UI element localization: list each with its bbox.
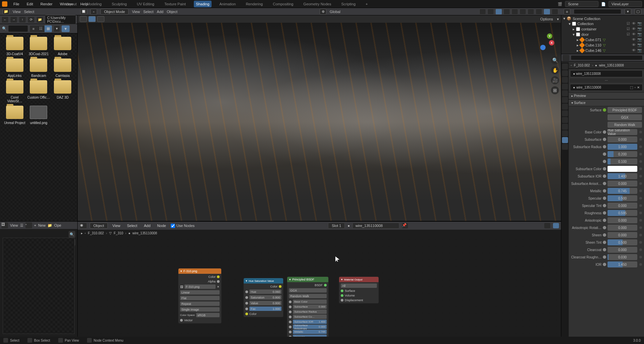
image-icon[interactable]: ▫: [25, 222, 32, 228]
cursor-tool-icon[interactable]: [80, 16, 87, 22]
property-slider[interactable]: 0.000: [608, 217, 637, 223]
render-icon[interactable]: 📷: [637, 21, 642, 26]
shader-node-editor[interactable]: ◉ Object View Select Add Node Use Nodes …: [78, 221, 561, 337]
socket-icon[interactable]: [603, 233, 606, 237]
folder-item[interactable]: Adobe: [51, 37, 74, 56]
keyframe-dot-icon[interactable]: [639, 138, 642, 141]
orientation-icon[interactable]: ⊕: [320, 9, 326, 15]
eye-icon[interactable]: 👁: [632, 48, 637, 53]
shade-matpreview[interactable]: [536, 9, 542, 15]
unlink-icon[interactable]: ✕: [217, 285, 220, 289]
new-material-icon[interactable]: ▫: [634, 86, 636, 89]
outliner-new-collection-icon[interactable]: ▢: [635, 9, 641, 15]
zoom-icon[interactable]: 🔍: [551, 56, 559, 64]
hamburger-icon[interactable]: ☰: [20, 223, 23, 228]
prop-tab-physics[interactable]: [562, 117, 568, 123]
sss-method-select[interactable]: Random Walk: [608, 122, 642, 128]
keyframe-dot-icon[interactable]: [639, 219, 642, 222]
keyframe-dot-icon[interactable]: [639, 241, 642, 244]
uv-canvas[interactable]: [3, 238, 75, 334]
drag-handle[interactable]: ⋯: [570, 79, 643, 83]
prop-tab-modifiers[interactable]: [562, 104, 568, 110]
property-slider[interactable]: 0.200: [608, 151, 637, 157]
tab-uv-editing[interactable]: UV Editing: [135, 1, 156, 7]
saturation-slider[interactable]: Saturation0.800: [249, 295, 281, 300]
keyframe-dot-icon[interactable]: [639, 256, 642, 258]
vp-select-menu[interactable]: Select: [143, 10, 154, 14]
property-slider[interactable]: 0.000: [608, 232, 637, 238]
socket-icon[interactable]: [603, 138, 606, 141]
open-image-button[interactable]: Ope: [54, 223, 61, 227]
display-rows-icon[interactable]: ≡: [30, 25, 37, 32]
socket-icon[interactable]: [603, 175, 606, 178]
property-slider[interactable]: 0.000: [608, 136, 637, 142]
outliner-item[interactable]: ▸Cube.071▽👁📷: [563, 37, 643, 42]
keyframe-dot-icon[interactable]: [639, 153, 642, 155]
folder-item[interactable]: AppLinks: [3, 59, 26, 78]
folder-item[interactable]: Camtasia: [51, 59, 74, 78]
prop-tab-world[interactable]: [562, 90, 568, 96]
node-header[interactable]: ▾F-310.png: [178, 268, 221, 274]
input-socket[interactable]: [245, 291, 248, 293]
mode-select[interactable]: Object Mode: [100, 9, 129, 15]
keyframe-dot-icon[interactable]: [639, 204, 642, 207]
socket-icon[interactable]: [603, 130, 606, 134]
properties-editor-icon[interactable]: [563, 55, 569, 61]
keyframe-dot-icon[interactable]: [639, 248, 642, 251]
checkbox-icon[interactable]: ☑: [627, 32, 631, 37]
outliner-root[interactable]: ▾📦Scene Collection: [563, 16, 643, 21]
image-item[interactable]: untitled.png: [27, 106, 50, 125]
viewport-3d[interactable]: Options ▾ X Y 🔍 ✋ 🎥 ⊞: [78, 15, 561, 221]
node-value-slider[interactable]: Subsurface IOR1.400: [293, 320, 327, 324]
input-socket[interactable]: [289, 311, 292, 313]
scene-name-field[interactable]: Scene: [565, 1, 598, 7]
property-slider[interactable]: 0.000: [608, 181, 637, 187]
pin-icon[interactable]: 📌: [402, 223, 408, 228]
checkbox-icon[interactable]: ☑: [627, 21, 631, 26]
proportional-toggle[interactable]: [487, 9, 494, 15]
keyframe-dot-icon[interactable]: [639, 175, 642, 178]
prop-tab-particles[interactable]: [562, 110, 568, 116]
nav-refresh-icon[interactable]: ⟳: [27, 16, 35, 23]
keyframe-dot-icon[interactable]: [639, 263, 642, 266]
node-header[interactable]: ▾Principled BSDF: [287, 277, 328, 282]
keyframe-dot-icon[interactable]: [639, 234, 642, 236]
socket-icon[interactable]: [603, 189, 606, 193]
pan-icon[interactable]: ✋: [551, 66, 559, 74]
keyframe-dot-icon[interactable]: [639, 160, 642, 163]
input-socket[interactable]: [341, 290, 343, 292]
property-slider[interactable]: Hue Saturation Value: [608, 129, 637, 135]
snap-node-icon[interactable]: [544, 223, 550, 228]
property-slider[interactable]: 1.000: [608, 144, 637, 150]
socket-icon[interactable]: [603, 241, 606, 244]
tab-texture-paint[interactable]: Texture Paint: [162, 1, 188, 7]
menu-edit[interactable]: Edit: [25, 1, 34, 7]
prop-tab-scene[interactable]: [562, 84, 568, 90]
gizmo-z-axis[interactable]: [540, 45, 546, 50]
vp-add-menu[interactable]: Add: [157, 10, 164, 14]
distribution-select[interactable]: GGX: [608, 114, 642, 120]
pause-render[interactable]: [552, 9, 558, 15]
tab-add[interactable]: +: [364, 1, 370, 7]
outliner-item[interactable]: ▸Cube.146▽👁📷: [563, 48, 643, 53]
folder-item[interactable]: 3D-CoatV4: [3, 37, 26, 56]
property-slider[interactable]: [608, 166, 637, 172]
orientation-gizmo[interactable]: X Y: [538, 33, 554, 49]
tab-compositing[interactable]: Compositing: [271, 1, 295, 7]
ortho-icon[interactable]: ⊞: [551, 86, 559, 94]
property-slider[interactable]: 0.745: [608, 188, 637, 194]
node-canvas[interactable]: ▾F-310.png Color Alpha 🖼F-310.png✕ Linea…: [78, 236, 561, 337]
outliner-filter-icon[interactable]: ▾: [625, 9, 631, 15]
render-icon[interactable]: 📷: [637, 32, 642, 37]
node-value-slider[interactable]: Subsurface Radius: [293, 310, 327, 314]
checkbox-icon[interactable]: ☑: [627, 27, 631, 31]
fb-select-menu[interactable]: Select: [24, 10, 34, 14]
material-datablock[interactable]: ● wire_135110008 ⬚ ▫ ✕: [570, 84, 643, 91]
node-header[interactable]: ▾Hue Saturation Value: [244, 278, 283, 283]
gizmo-x-axis[interactable]: X: [549, 40, 554, 45]
prop-tab-texture[interactable]: [562, 144, 568, 150]
distribution-select[interactable]: GGX: [289, 288, 327, 293]
input-socket[interactable]: [245, 308, 248, 310]
folder-item[interactable]: Corel VideoSt…: [3, 80, 26, 103]
nav-back-icon[interactable]: ←: [1, 16, 9, 23]
